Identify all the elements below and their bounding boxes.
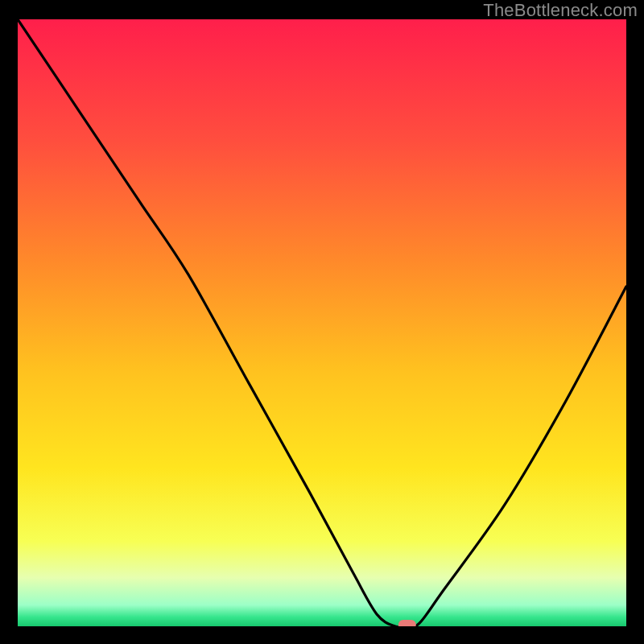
- chart-svg: [18, 19, 626, 626]
- chart-frame: TheBottleneck.com: [0, 0, 644, 644]
- watermark-text: TheBottleneck.com: [483, 0, 638, 21]
- optimal-marker: [398, 620, 416, 626]
- chart-background: [18, 19, 626, 626]
- plot-area: [18, 19, 626, 626]
